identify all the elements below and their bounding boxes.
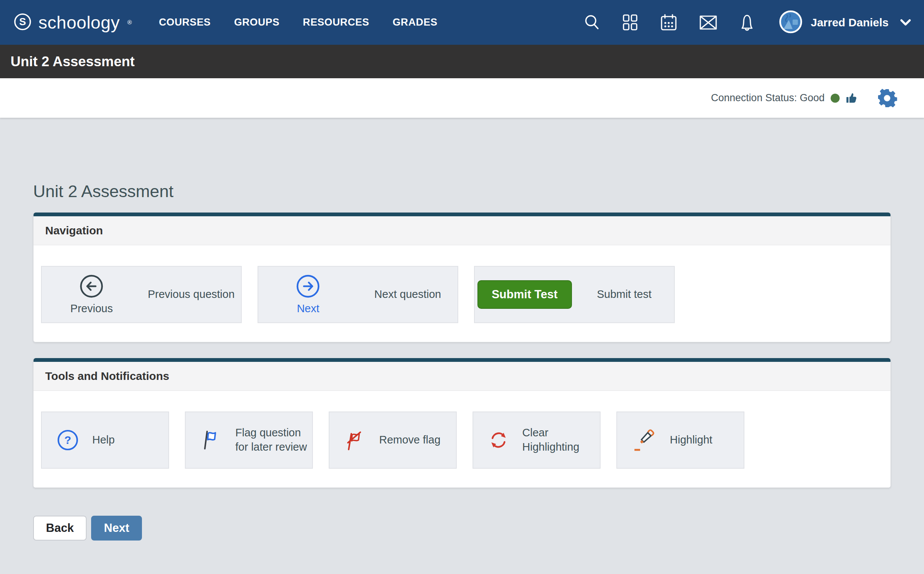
navigation-panel-title: Navigation	[33, 216, 891, 245]
flag-remove-icon	[345, 429, 365, 452]
highlight-label: Highlight	[670, 433, 712, 447]
highlight-card[interactable]: Highlight	[616, 412, 744, 469]
menu-item-resources[interactable]: RESOURCES	[303, 17, 369, 28]
user-menu[interactable]: Jarred Daniels	[779, 10, 911, 35]
tools-panel-title: Tools and Notifications	[33, 362, 891, 391]
trademark-symbol: ®	[127, 19, 132, 26]
navigation-panel-body: Previous Previous question Next Next qu	[33, 245, 891, 342]
brand-wordmark: schoology	[38, 12, 120, 33]
svg-text:S: S	[19, 16, 26, 27]
submit-test-description: Submit test	[574, 288, 674, 301]
flag-question-label: Flag question for later review	[235, 426, 312, 454]
panel-accent-bar	[33, 213, 891, 216]
schoology-s-icon: S	[14, 13, 32, 32]
chevron-down-icon	[900, 19, 911, 26]
next-question-button[interactable]: Next	[258, 274, 358, 315]
avatar	[779, 10, 802, 35]
flag-icon	[201, 429, 222, 452]
svg-text:?: ?	[64, 434, 71, 446]
help-label: Help	[92, 433, 115, 447]
app-grid-icon[interactable]	[622, 14, 639, 32]
panel-accent-bar	[33, 358, 891, 362]
navbar-right-cluster: Jarred Daniels	[583, 10, 911, 35]
search-icon[interactable]	[583, 14, 601, 32]
assessment-title-bar: Unit 2 Assessment	[0, 45, 924, 78]
menu-item-courses[interactable]: COURSES	[159, 17, 211, 28]
remove-flag-label: Remove flag	[379, 433, 441, 447]
settings-gear-icon[interactable]	[877, 88, 898, 109]
footer-actions: Back Next	[33, 516, 891, 541]
remove-flag-card[interactable]: Remove flag	[329, 412, 457, 469]
submit-test-button[interactable]: Submit Test	[478, 280, 572, 309]
tools-panel: Tools and Notifications ? Help	[33, 358, 891, 488]
connection-status-dot	[831, 94, 840, 102]
submit-test-action: Submit Test	[475, 280, 574, 309]
next-button-label: Next	[297, 303, 319, 315]
user-name: Jarred Daniels	[811, 16, 889, 29]
navigation-panel: Navigation Previous Previous question	[33, 213, 891, 342]
connection-status-label: Connection Status: Good	[711, 92, 824, 104]
question-circle-icon: ?	[57, 429, 79, 451]
top-navbar: S schoology ® COURSES GROUPS RESOURCES G…	[0, 0, 924, 45]
next-question-card: Next Next question	[258, 266, 458, 323]
help-card[interactable]: ? Help	[41, 412, 169, 469]
previous-button-label: Previous	[70, 303, 113, 315]
main-content: Unit 2 Assessment Navigation Previous Pr…	[0, 118, 924, 541]
page-title: Unit 2 Assessment	[33, 182, 891, 201]
arrow-left-circle-icon	[79, 274, 104, 300]
tools-panel-body: ? Help Flag question for later review	[33, 391, 891, 487]
menu-item-groups[interactable]: GROUPS	[234, 17, 280, 28]
messages-icon[interactable]	[698, 14, 718, 31]
previous-question-button[interactable]: Previous	[42, 274, 142, 315]
refresh-icon	[488, 430, 509, 450]
thumbs-up-icon	[846, 93, 858, 104]
main-menu: COURSES GROUPS RESOURCES GRADES	[159, 17, 438, 28]
assessment-title: Unit 2 Assessment	[11, 54, 135, 69]
next-button[interactable]: Next	[91, 516, 142, 541]
back-button[interactable]: Back	[33, 516, 87, 541]
notifications-icon[interactable]	[738, 13, 756, 32]
status-bar: Connection Status: Good	[0, 78, 924, 118]
previous-question-description: Previous question	[142, 288, 241, 301]
submit-test-card: Submit Test Submit test	[474, 266, 675, 323]
arrow-right-circle-icon	[296, 274, 320, 300]
clear-highlighting-card[interactable]: Clear Highlighting	[473, 412, 601, 469]
highlighter-icon	[632, 428, 656, 452]
previous-question-card: Previous Previous question	[41, 266, 242, 323]
flag-question-card[interactable]: Flag question for later review	[185, 412, 313, 469]
calendar-icon[interactable]	[659, 13, 678, 32]
clear-highlighting-label: Clear Highlighting	[522, 426, 600, 454]
menu-item-grades[interactable]: GRADES	[393, 17, 438, 28]
schoology-logo[interactable]: S schoology ®	[14, 12, 132, 33]
next-question-description: Next question	[358, 288, 458, 301]
